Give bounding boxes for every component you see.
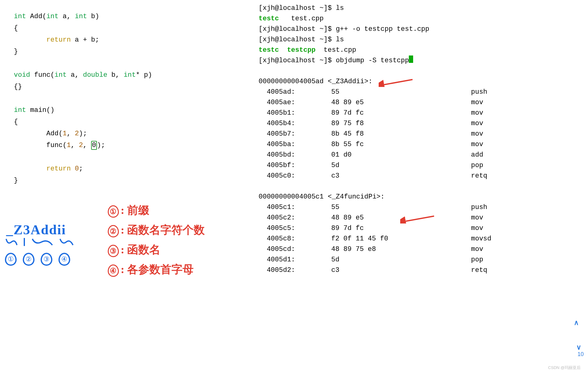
disasm-row: 4005d1: 5dpop bbox=[259, 255, 582, 265]
terminal-line: testc testcpp test.cpp bbox=[259, 45, 582, 55]
code-line: { bbox=[14, 23, 229, 34]
handwriting-mangled-name: _Z3Addii bbox=[6, 222, 66, 238]
section-header: 00000000004005c1 <_Z4funcidPi>: bbox=[259, 192, 582, 202]
disasm-row: 4005ae: 48 89 e5mov bbox=[259, 97, 582, 108]
circle-3-icon: ③ bbox=[41, 253, 52, 266]
disasm-row: 4005c0: c3retq bbox=[259, 171, 582, 181]
circle-4-icon: ④ bbox=[58, 253, 70, 266]
code-line: { bbox=[14, 116, 229, 128]
terminal-output: [xjh@localhost ~]$ ls testc test.cpp [xj… bbox=[259, 3, 582, 276]
svg-line-4 bbox=[403, 216, 434, 222]
brace-group-icon bbox=[5, 237, 97, 253]
disasm-row: 4005c1: 55push bbox=[259, 202, 582, 213]
scroll-down-icon[interactable]: ∨ bbox=[576, 343, 581, 351]
code-line: return 0; bbox=[14, 163, 229, 175]
disasm-row: 4005b7: 8b 45 f8mov bbox=[259, 129, 582, 139]
circle-2-icon: ② bbox=[107, 225, 119, 238]
disasm-row: 4005bf: 5dpop bbox=[259, 160, 582, 171]
code-line: } bbox=[14, 175, 229, 186]
source-code: int Add(int a, int b) { return a + b; } … bbox=[14, 11, 229, 186]
red-arrow-icon bbox=[379, 78, 416, 87]
red-arrow-icon bbox=[400, 214, 437, 223]
disasm-row: 4005d2: c3retq bbox=[259, 265, 582, 276]
circle-1-icon: ① bbox=[5, 253, 17, 266]
prompt-line: [xjh@localhost ~]$ ls bbox=[259, 35, 582, 45]
code-line: return a + b; bbox=[14, 34, 229, 46]
prompt-line: [xjh@localhost ~]$ objdump -S testcpp bbox=[259, 55, 582, 66]
prompt-line: [xjh@localhost ~]$ g++ -o testcpp test.c… bbox=[259, 24, 582, 35]
disasm-row: 4005cd: 48 89 75 e8mov bbox=[259, 244, 582, 255]
code-line: int Add(int a, int b) bbox=[14, 11, 229, 23]
circle-1-icon: ① bbox=[107, 205, 119, 218]
disasm-row: 4005c8: f2 0f 11 45 f0movsd bbox=[259, 234, 582, 244]
disasm-row: 4005b4: 89 75 f8mov bbox=[259, 118, 582, 129]
prompt-line: [xjh@localhost ~]$ ls bbox=[259, 3, 582, 14]
legend-text: : 函数名字符个数 bbox=[121, 224, 205, 236]
circle-4-icon: ④ bbox=[107, 264, 119, 277]
legend-text: : 各参数首字母 bbox=[121, 263, 194, 276]
disasm-row: 4005ba: 8b 55 fcmov bbox=[259, 139, 582, 150]
code-line: } bbox=[14, 46, 229, 58]
section-header: 00000000004005ad <_Z3Addii>: bbox=[259, 76, 582, 87]
code-line: {} bbox=[14, 81, 229, 93]
legend-text: : 函数名 bbox=[121, 244, 160, 256]
legend: ①: 前缀 ②: 函数名字符个数 ③: 函数名 ④: 各参数首字母 bbox=[108, 200, 205, 279]
code-line: func(1, 2, 0); bbox=[14, 140, 229, 151]
legend-text: : 前缀 bbox=[121, 204, 149, 216]
svg-line-2 bbox=[382, 80, 413, 85]
circle-3-icon: ③ bbox=[107, 244, 119, 257]
circle-2-icon: ② bbox=[23, 253, 34, 266]
disasm-row: 4005c5: 89 7d fcmov bbox=[259, 223, 582, 234]
code-line: void func(int a, double b, int* p) bbox=[14, 69, 229, 81]
blue-circles: ① ② ③ ④ bbox=[5, 253, 70, 266]
code-line: int main() bbox=[14, 105, 229, 116]
code-line: Add(1, 2); bbox=[14, 128, 229, 140]
scroll-up-icon[interactable]: ∧ bbox=[574, 319, 579, 327]
disasm-row: 4005b1: 89 7d fcmov bbox=[259, 108, 582, 118]
page-number: 10 bbox=[578, 351, 584, 358]
cursor-icon bbox=[409, 55, 413, 63]
disasm-row: 4005ad: 55push bbox=[259, 87, 582, 97]
watermark: CSDN @玛丽亚后 bbox=[548, 365, 581, 371]
terminal-line: testc test.cpp bbox=[259, 14, 582, 24]
disasm-row: 4005bd: 01 d0add bbox=[259, 150, 582, 160]
